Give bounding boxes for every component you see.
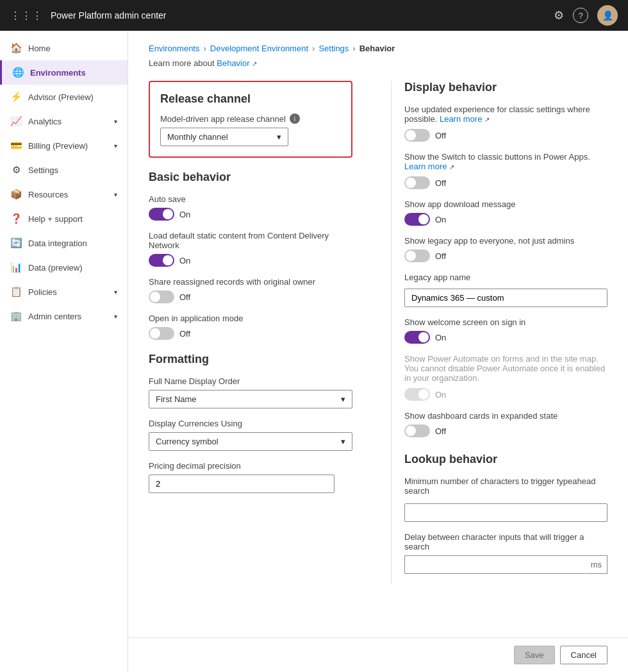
sidebar-item-home[interactable]: 🏠 Home — [0, 36, 128, 60]
sidebar-item-data-preview[interactable]: 📊 Data (preview) — [0, 255, 128, 280]
sidebar-item-admin-centers[interactable]: 🏢 Admin centers ▾ — [0, 304, 128, 328]
pricing-decimal-input[interactable] — [149, 475, 335, 493]
share-reassigned-toggle-row: Share reassigned records with original o… — [149, 277, 352, 303]
dashboard-cards-section: Show dashboard cards in expanded state O… — [404, 411, 607, 437]
power-automate-toggle-text: On — [435, 390, 446, 399]
toggle-thumb — [406, 426, 416, 436]
display-currencies-dropdown[interactable]: Currency symbol ▾ — [149, 432, 352, 451]
sidebar-item-label: Home — [28, 44, 117, 53]
user-avatar[interactable]: 👤 — [597, 5, 618, 26]
learn-more-row: Learn more about Behavior ↗ — [149, 58, 607, 68]
learn-more-link[interactable]: Behavior — [217, 58, 249, 68]
breadcrumb-current: Behavior — [359, 44, 395, 53]
power-automate-toggle-container: On — [404, 388, 607, 401]
full-name-dropdown[interactable]: First Name ▾ — [149, 390, 352, 408]
delay-input[interactable] — [404, 555, 586, 574]
classic-settings-section: Use updated experience for classic setti… — [404, 105, 607, 142]
lookup-behavior-title: Lookup behavior — [404, 453, 607, 466]
full-name-label: Full Name Display Order — [149, 376, 352, 386]
breadcrumb-sep: › — [352, 44, 355, 53]
sidebar-item-settings[interactable]: ⚙ Settings — [0, 158, 128, 182]
sidebar-item-data-integration[interactable]: 🔄 Data integration — [0, 231, 128, 255]
share-reassigned-label: Share reassigned records with original o… — [149, 277, 352, 287]
settings-icon[interactable]: ⚙ — [554, 8, 564, 22]
min-chars-input[interactable] — [404, 503, 607, 522]
classic-settings-learn-more[interactable]: Learn more — [440, 114, 482, 124]
analytics-icon: 📈 — [10, 115, 22, 127]
welcome-screen-toggle[interactable] — [404, 331, 430, 344]
sidebar-item-label: Settings — [28, 165, 117, 175]
sidebar-item-label: Analytics — [28, 117, 108, 126]
info-icon[interactable]: i — [290, 113, 300, 124]
legacy-app-toggle[interactable] — [404, 249, 430, 262]
sidebar: 🏠 Home 🌐 Environments ⚡ Advisor (Preview… — [0, 31, 128, 672]
dashboard-cards-label: Show dashboard cards in expanded state — [404, 411, 607, 421]
sidebar-item-policies[interactable]: 📋 Policies ▾ — [0, 280, 128, 304]
sidebar-item-label: Resources — [28, 190, 108, 199]
open-application-label: Open in application mode — [149, 314, 352, 323]
sidebar-item-help[interactable]: ❓ Help + support — [0, 206, 128, 231]
load-default-toggle[interactable] — [149, 254, 174, 267]
switch-classic-learn-more[interactable]: Learn more — [404, 162, 447, 171]
share-reassigned-toggle-container: Off — [149, 290, 352, 303]
switch-classic-toggle-container: Off — [404, 176, 607, 189]
app-download-label: Show app download message — [404, 199, 607, 209]
toggle-thumb — [150, 292, 160, 302]
sidebar-item-label: Admin centers — [28, 312, 108, 321]
settings-icon: ⚙ — [10, 164, 22, 176]
breadcrumb-environments[interactable]: Environments — [149, 44, 199, 53]
home-icon: 🏠 — [10, 42, 22, 54]
settings-columns: Release channel Model-driven app release… — [149, 81, 607, 584]
save-button[interactable]: Save — [514, 646, 555, 664]
sidebar-item-label: Environments — [30, 68, 117, 78]
app-download-toggle-text: On — [435, 215, 446, 224]
auto-save-toggle[interactable] — [149, 208, 174, 221]
sidebar-item-label: Policies — [28, 287, 108, 297]
basic-behavior-section: Basic behavior Auto save On Load — [149, 171, 352, 340]
billing-icon: 💳 — [10, 140, 22, 151]
pricing-decimal-label: Pricing decimal precision — [149, 461, 352, 471]
classic-settings-toggle[interactable] — [404, 129, 430, 142]
legacy-name-input[interactable] — [404, 289, 607, 307]
help-icon: ❓ — [10, 213, 22, 224]
sidebar-item-label: Data (preview) — [28, 263, 117, 273]
data-integration-icon: 🔄 — [10, 237, 22, 249]
auto-save-toggle-row: Auto save On — [149, 194, 352, 221]
toggle-thumb — [418, 389, 429, 399]
dropdown-chevron: ▾ — [341, 437, 345, 446]
breadcrumb-settings[interactable]: Settings — [318, 44, 349, 53]
external-link-icon: ↗ — [252, 60, 257, 67]
dashboard-cards-toggle[interactable] — [404, 424, 430, 437]
sidebar-item-analytics[interactable]: 📈 Analytics ▾ — [0, 109, 128, 133]
welcome-screen-label: Show welcome screen on sign in — [404, 317, 607, 327]
sidebar-item-environments[interactable]: 🌐 Environments — [0, 60, 128, 85]
switch-classic-toggle[interactable] — [404, 176, 430, 189]
open-application-toggle[interactable] — [149, 327, 174, 340]
help-icon[interactable]: ? — [573, 8, 588, 23]
sidebar-item-resources[interactable]: 📦 Resources ▾ — [0, 182, 128, 206]
load-default-toggle-row: Load default static content from Content… — [149, 231, 352, 267]
load-default-label: Load default static content from Content… — [149, 231, 352, 250]
apps-icon[interactable]: ⋮⋮⋮ — [10, 10, 43, 22]
topbar: ⋮⋮⋮ Power Platform admin center ⚙ ? 👤 — [0, 0, 628, 31]
sidebar-item-advisor[interactable]: ⚡ Advisor (Preview) — [0, 85, 128, 109]
switch-classic-section: Show the Switch to classic buttons in Po… — [404, 152, 607, 189]
app-download-toggle[interactable] — [404, 213, 430, 226]
delay-label: Delay between character inputs that will… — [404, 532, 607, 551]
legacy-name-section: Legacy app name — [404, 273, 607, 307]
sidebar-item-label: Data integration — [28, 239, 117, 248]
power-automate-desc: Show Power Automate on forms and in the … — [404, 354, 607, 383]
classic-settings-desc: Use updated experience for classic setti… — [404, 105, 607, 124]
toggle-thumb — [150, 328, 160, 339]
share-reassigned-toggle[interactable] — [149, 290, 174, 303]
release-channel-section: Release channel Model-driven app release… — [149, 81, 352, 158]
learn-more-text: Learn more about — [149, 58, 215, 68]
breadcrumb-dev-env[interactable]: Development Environment — [210, 44, 308, 53]
cancel-button[interactable]: Cancel — [560, 646, 607, 664]
topbar-title: Power Platform admin center — [51, 10, 546, 21]
sidebar-item-billing[interactable]: 💳 Billing (Preview) ▾ — [0, 133, 128, 158]
display-currencies-label: Display Currencies Using — [149, 419, 352, 428]
delay-suffix: ms — [586, 555, 607, 574]
release-channel-dropdown[interactable]: Monthly channel ▾ — [160, 128, 288, 146]
environments-icon: 🌐 — [12, 67, 24, 78]
